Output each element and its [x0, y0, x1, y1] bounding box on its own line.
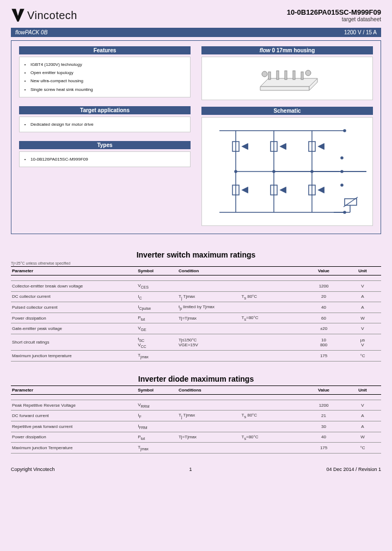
revision-date: 04 Dec 2014 / Revision 1	[326, 467, 381, 472]
features-heading: Features	[19, 46, 191, 54]
column-header: Value	[303, 385, 344, 394]
table-row: Peak Repetitive Reverse VoltageVRRM1200V	[11, 400, 381, 411]
voltage-current-rating: 1200 V / 15 A	[344, 29, 377, 35]
doc-subtitle: target datasheet	[287, 16, 381, 22]
part-number: 10-0B126PA015SC-M999F09	[287, 8, 381, 16]
column-header: Conditions	[177, 385, 241, 394]
schematic-heading: Schematic	[201, 107, 373, 115]
column-header: Unit	[344, 267, 381, 276]
svg-marker-18	[242, 187, 248, 193]
column-header	[241, 267, 304, 276]
svg-point-9	[262, 71, 267, 77]
vincotech-logo-icon	[11, 8, 25, 22]
copyright: Copyright Vincotech	[11, 467, 54, 472]
table-row: Collector-emitter break down voltageVCES…	[11, 281, 381, 292]
housing-heading: flow 0 17mm housing	[201, 46, 373, 54]
table-row: Short circuit ratingstSCVCCTj≤150°CVGE=1…	[11, 334, 381, 350]
info-bar: flowPACK 0B 1200 V / 15 A	[11, 28, 381, 37]
title-area: 10-0B126PA015SC-M999F09 target datasheet	[287, 8, 381, 22]
brand-name: Vincotech	[27, 9, 77, 22]
types-heading: Types	[19, 141, 191, 149]
svg-marker-2	[260, 87, 309, 90]
product-family: flowPACK 0B	[15, 29, 47, 35]
switch-table-note: Tj=25°C unless otherwise specified	[11, 261, 381, 265]
column-header: Parameter	[11, 267, 137, 276]
svg-point-24	[344, 130, 346, 132]
svg-rect-7	[293, 71, 295, 79]
column-header: Symbol	[137, 385, 177, 394]
list-item: Single screw heat sink mounting	[30, 85, 185, 94]
svg-rect-5	[277, 71, 279, 79]
housing-image	[201, 57, 373, 100]
switch-ratings-table: ParameterSymbolConditionValueUnit Collec…	[11, 266, 381, 362]
list-item: Open emitter topology	[30, 69, 185, 77]
table-row: Maximum junction temperatureTjmax175°C	[11, 351, 381, 362]
list-item: New ultra-compact housing	[30, 77, 185, 85]
page-number: 1	[54, 467, 326, 472]
table-row: Repetitive peak forward currentIFRM30A	[11, 421, 381, 432]
column-header: Parameter	[11, 385, 137, 394]
features-list: IGBT4 (1200V) technologyOpen emitter top…	[19, 57, 191, 97]
switch-table-title: Inverter switch maximum ratings	[11, 250, 381, 259]
table-row: DC forward currentIFTj TjmaxTs 80°C21A	[11, 411, 381, 421]
column-header: Unit	[344, 385, 381, 394]
svg-marker-15	[242, 144, 248, 149]
svg-point-28	[341, 184, 343, 186]
schematic-image	[201, 117, 373, 226]
logo: Vincotech	[11, 8, 77, 22]
column-header: Symbol	[137, 267, 177, 276]
diode-ratings-table: ParameterSymbolConditionsValueUnit Peak …	[11, 385, 381, 454]
hero-panel: Features IGBT4 (1200V) technologyOpen em…	[11, 40, 381, 234]
target-apps-list: Dedicated design for motor drive	[19, 117, 191, 132]
types-list: 10-0B126PA015SC-M999F09	[19, 151, 191, 167]
svg-point-10	[305, 70, 311, 76]
target-apps-heading: Target applications	[19, 106, 191, 114]
page-header: Vincotech 10-0B126PA015SC-M999F09 target…	[11, 8, 381, 22]
svg-rect-6	[285, 71, 287, 79]
table-row: Power dissipationPtotTj=TjmaxTs=80°C60W	[11, 313, 381, 323]
svg-marker-0	[11, 9, 24, 21]
table-row: Gate-emitter peak voltageVGE±20V	[11, 323, 381, 334]
list-item: IGBT4 (1200V) technology	[30, 60, 185, 69]
svg-point-27	[341, 170, 343, 173]
svg-rect-4	[268, 72, 271, 79]
list-item: 10-0B126PA015SC-M999F09	[30, 155, 185, 163]
table-row: DC collector currentICTj TjmaxTs 80°C20A	[11, 291, 381, 302]
column-header: Value	[303, 267, 344, 276]
table-row: Maximum junction TemperatureTjmax175°C	[11, 443, 381, 454]
page-footer: Copyright Vincotech 1 04 Dec 2014 / Revi…	[11, 467, 381, 477]
diode-table-title: Inverter diode maximum ratings	[11, 375, 381, 383]
svg-rect-8	[301, 72, 303, 79]
column-header	[241, 385, 304, 394]
svg-point-26	[341, 157, 343, 159]
table-row: Power dissipationPtotTj=TjmaxTs=80°C40W	[11, 432, 381, 443]
column-header: Condition	[177, 267, 241, 276]
list-item: Dedicated design for motor drive	[30, 120, 185, 128]
table-row: Pulsed collector currentICpulsetp limite…	[11, 302, 381, 313]
